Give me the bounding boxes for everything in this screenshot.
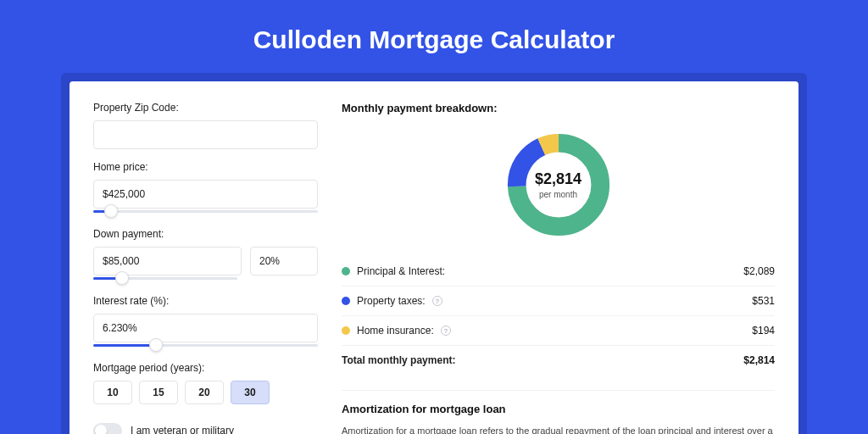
period-button-20[interactable]: 20 [185,381,224,404]
period-button-15[interactable]: 15 [139,381,178,404]
breakdown-value: $2,089 [743,265,775,277]
breakdown-total-row: Total monthly payment:$2,814 [342,345,775,375]
breakdown-total-value: $2,814 [743,354,775,366]
period-button-10[interactable]: 10 [93,381,132,404]
calculator-card-shadow: Property Zip Code: Home price: Down paym… [61,73,807,434]
mortgage-period-label: Mortgage period (years): [93,362,318,374]
breakdown-total-label: Total monthly payment: [342,354,455,366]
zip-input[interactable] [93,120,318,149]
info-icon[interactable]: ? [441,326,451,336]
period-button-30[interactable]: 30 [231,381,270,404]
veteran-toggle-label: I am veteran or military [131,425,234,434]
home-price-slider[interactable] [93,208,318,216]
donut-center: $2,814 per month [504,130,614,240]
breakdown-label: Home insurance: [357,325,434,337]
breakdown-row-left: Principal & Interest: [342,265,445,277]
breakdown-row-left: Property taxes:? [342,295,442,307]
zip-label: Property Zip Code: [93,102,318,114]
down-payment-row [93,247,318,275]
page-title: Culloden Mortgage Calculator [0,0,868,73]
slider-thumb[interactable] [104,204,118,218]
interest-rate-input[interactable] [93,314,318,342]
down-payment-slider[interactable] [93,275,237,283]
breakdown-row: Principal & Interest:$2,089 [342,257,775,286]
down-payment-percent-input[interactable] [250,247,318,275]
breakdown-list: Principal & Interest:$2,089Property taxe… [342,257,775,375]
donut-chart-wrap: $2,814 per month [342,125,775,248]
slider-thumb[interactable] [115,271,129,285]
amortization-title: Amortization for mortgage loan [342,403,775,415]
donut-chart: $2,814 per month [504,130,614,240]
calculator-card-wrap: Property Zip Code: Home price: Down paym… [61,73,807,434]
info-icon[interactable]: ? [432,296,442,306]
slider-fill [93,344,156,347]
form-column: Property Zip Code: Home price: Down paym… [93,102,318,434]
breakdown-heading: Monthly payment breakdown: [342,102,775,114]
down-payment-label: Down payment: [93,228,318,240]
mortgage-period-row: 10152030 [93,381,318,404]
veteran-toggle-row: I am veteran or military [93,423,318,434]
interest-rate-slider[interactable] [93,342,318,350]
veteran-toggle[interactable] [93,423,122,434]
slider-thumb[interactable] [149,338,163,352]
breakdown-row: Property taxes:?$531 [342,286,775,315]
legend-dot [342,297,350,305]
amortization-text: Amortization for a mortgage loan refers … [342,424,775,434]
donut-amount: $2,814 [535,170,581,188]
legend-dot [342,267,350,275]
down-payment-amount-input[interactable] [93,247,242,275]
interest-rate-label: Interest rate (%): [93,295,318,307]
breakdown-label: Property taxes: [357,295,426,307]
home-price-input[interactable] [93,180,318,209]
amortization-section: Amortization for mortgage loan Amortizat… [342,390,775,434]
breakdown-row-left: Home insurance:? [342,325,451,337]
breakdown-value: $194 [752,325,775,337]
slider-track [93,210,318,213]
breakdown-label: Principal & Interest: [357,265,445,277]
toggle-knob [95,425,107,434]
home-price-label: Home price: [93,161,318,173]
donut-sublabel: per month [539,190,577,199]
calculator-card: Property Zip Code: Home price: Down paym… [70,81,798,434]
breakdown-value: $531 [752,295,775,307]
breakdown-row: Home insurance:?$194 [342,315,775,345]
breakdown-column: Monthly payment breakdown: $2,814 per mo… [342,102,775,434]
legend-dot [342,326,350,335]
